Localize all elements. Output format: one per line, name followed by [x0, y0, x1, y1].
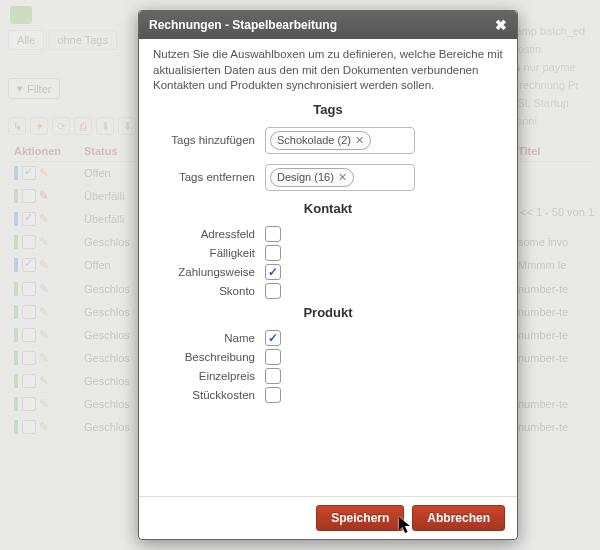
tags-add-label: Tags hinzufügen: [153, 134, 265, 146]
tags-remove-label: Tags entfernen: [153, 171, 265, 183]
tags-add-input[interactable]: Schokolade (2) ✕: [265, 127, 415, 154]
modal-header: Rechnungen - Stapelbearbeitung ✖: [139, 11, 517, 39]
chip-remove-0[interactable]: Design (16) ✕: [270, 168, 354, 187]
chip-add-0-remove-icon[interactable]: ✕: [355, 134, 364, 147]
zahlungsweise-checkbox[interactable]: [265, 264, 281, 280]
zahlungsweise-label: Zahlungsweise: [153, 266, 265, 278]
save-button[interactable]: Speichern: [316, 505, 404, 531]
section-produkt-title: Produkt: [153, 305, 503, 320]
section-kontakt-title: Kontakt: [153, 201, 503, 216]
cancel-button[interactable]: Abbrechen: [412, 505, 505, 531]
beschreibung-label: Beschreibung: [153, 351, 265, 363]
faelligkeit-checkbox[interactable]: [265, 245, 281, 261]
name-label: Name: [153, 332, 265, 344]
section-tags-title: Tags: [153, 102, 503, 117]
tags-remove-input[interactable]: Design (16) ✕: [265, 164, 415, 191]
chip-add-0-label: Schokolade (2): [277, 134, 351, 146]
beschreibung-checkbox[interactable]: [265, 349, 281, 365]
chip-add-0[interactable]: Schokolade (2) ✕: [270, 131, 371, 150]
chip-remove-0-remove-icon[interactable]: ✕: [338, 171, 347, 184]
batch-edit-modal: Rechnungen - Stapelbearbeitung ✖ Nutzen …: [138, 10, 518, 540]
close-icon[interactable]: ✖: [495, 17, 507, 33]
stueckkosten-checkbox[interactable]: [265, 387, 281, 403]
adressfeld-checkbox[interactable]: [265, 226, 281, 242]
einzelpreis-checkbox[interactable]: [265, 368, 281, 384]
skonto-label: Skonto: [153, 285, 265, 297]
adressfeld-label: Adressfeld: [153, 228, 265, 240]
faelligkeit-label: Fälligkeit: [153, 247, 265, 259]
stueckkosten-label: Stückkosten: [153, 389, 265, 401]
modal-title: Rechnungen - Stapelbearbeitung: [149, 18, 337, 32]
modal-footer: Speichern Abbrechen: [139, 496, 517, 539]
modal-intro: Nutzen Sie die Auswahlboxen um zu defini…: [153, 47, 503, 94]
einzelpreis-label: Einzelpreis: [153, 370, 265, 382]
name-checkbox[interactable]: [265, 330, 281, 346]
skonto-checkbox[interactable]: [265, 283, 281, 299]
chip-remove-0-label: Design (16): [277, 171, 334, 183]
